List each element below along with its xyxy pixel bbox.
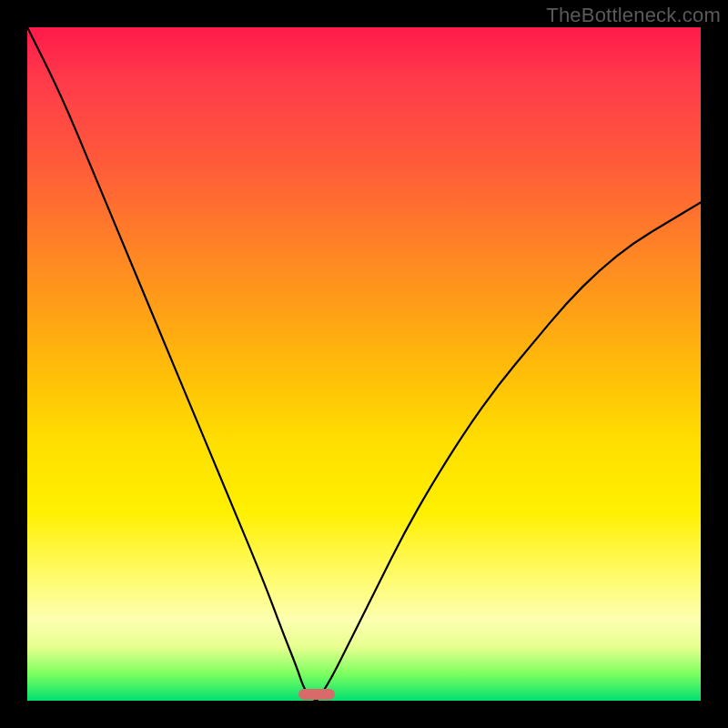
plot-area [27,27,701,701]
curve-right-branch [317,202,701,701]
curve-left-branch [27,27,317,701]
chart-frame: TheBottleneck.com [0,0,728,728]
bottleneck-curve [27,27,701,701]
watermark-text: TheBottleneck.com [546,4,721,27]
minimum-marker [298,689,335,700]
